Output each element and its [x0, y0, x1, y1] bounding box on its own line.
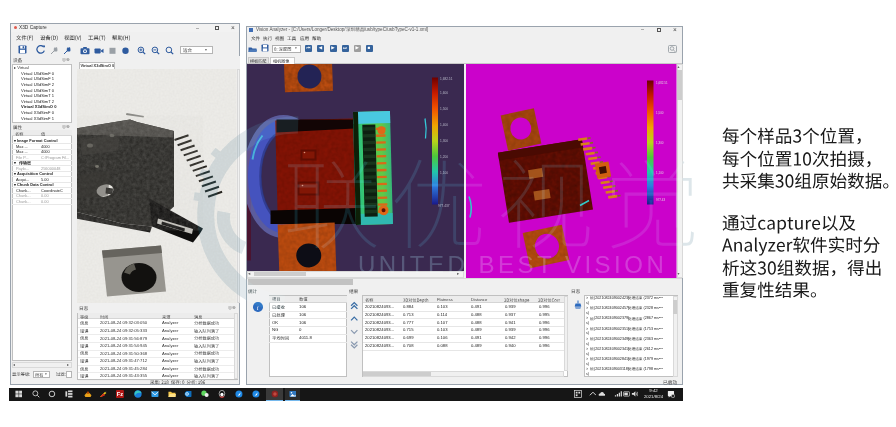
svg-text:UNITED BEST VISION: UNITED BEST VISION: [358, 251, 667, 278]
